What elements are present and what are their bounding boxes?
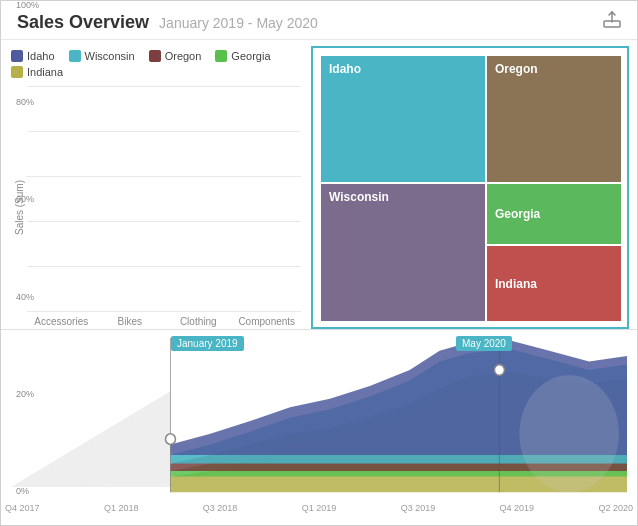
x-label-q4-2017: Q4 2017 (5, 503, 40, 513)
dashboard: Sales Overview January 2019 - May 2020 I… (0, 0, 638, 526)
grid-line-20 (27, 266, 301, 267)
x-label-q4-2019: Q4 2019 (500, 503, 535, 513)
bars-grid (27, 86, 301, 312)
legend-item-georgia: Georgia (215, 50, 270, 62)
timeline-end-label: May 2020 (456, 336, 512, 351)
x-label-q3-2019: Q3 2019 (401, 503, 436, 513)
top-section: Idaho Wisconsin Oregon Georgia Indiana (1, 40, 637, 330)
start-marker (165, 434, 175, 445)
timeline-start-label: January 2019 (171, 336, 244, 351)
legend-color-idaho (11, 50, 23, 62)
legend-color-georgia (215, 50, 227, 62)
legend-label-wisconsin: Wisconsin (85, 50, 135, 62)
end-marker (494, 365, 504, 376)
legend-item-oregon: Oregon (149, 50, 202, 62)
x-label-components: Components (233, 316, 302, 327)
grid-line-60 (27, 176, 301, 177)
legend-item-wisconsin: Wisconsin (69, 50, 135, 62)
x-label-accessories: Accessories (27, 316, 96, 327)
x-label-bikes: Bikes (96, 316, 165, 327)
treemap-cell-oregon: Oregon (487, 56, 621, 182)
x-label-clothing: Clothing (164, 316, 233, 327)
treemap-label-georgia: Georgia (495, 207, 540, 221)
legend-item-idaho: Idaho (11, 50, 55, 62)
grid-lines (27, 86, 301, 312)
grid-line-80 (27, 131, 301, 132)
bars-container: 100% 80% 60% 40% 20% 0% Accessories Bike… (27, 86, 301, 329)
grid-line-0 (27, 311, 301, 312)
grid-line-40 (27, 221, 301, 222)
treemap-cell-indiana: Indiana (487, 246, 621, 321)
page-title: Sales Overview (17, 12, 149, 33)
grid-line-100 (27, 86, 301, 87)
treemap-label-indiana: Indiana (495, 277, 537, 291)
x-axis-labels: Q4 2017 Q1 2018 Q3 2018 Q1 2019 Q3 2019 … (1, 503, 637, 513)
legend-color-indiana (11, 66, 23, 78)
treemap-label-oregon: Oregon (495, 62, 538, 76)
y-axis-label: Sales (Sum) (11, 86, 27, 329)
header: Sales Overview January 2019 - May 2020 (1, 1, 637, 40)
treemap-cell-idaho: Idaho (321, 56, 485, 182)
treemap-cell-wisconsin: Wisconsin (321, 184, 485, 321)
treemap-cell-bottom-right: Georgia Indiana (487, 184, 621, 321)
treemap-panel: Idaho Oregon Wisconsin Georgia Indiana (311, 46, 629, 329)
legend-color-oregon (149, 50, 161, 62)
x-label-q2-2020: Q2 2020 (598, 503, 633, 513)
x-label-q1-2019: Q1 2019 (302, 503, 337, 513)
bar-chart-inner: Sales (Sum) (11, 86, 301, 329)
legend-label-georgia: Georgia (231, 50, 270, 62)
x-label-q1-2018: Q1 2018 (104, 503, 139, 513)
treemap: Idaho Oregon Wisconsin Georgia Indiana (321, 56, 619, 319)
area-chart (11, 338, 627, 503)
legend-label-indiana: Indiana (27, 66, 63, 78)
legend-item-indiana: Indiana (11, 66, 63, 78)
svg-point-9 (519, 375, 619, 492)
x-labels: Accessories Bikes Clothing Components (27, 312, 301, 329)
export-icon[interactable] (603, 11, 621, 33)
date-range: January 2019 - May 2020 (159, 15, 318, 31)
treemap-label-wisconsin: Wisconsin (329, 190, 389, 204)
bar-chart-panel: Idaho Wisconsin Oregon Georgia Indiana (1, 40, 311, 329)
legend-label-idaho: Idaho (27, 50, 55, 62)
x-label-q3-2018: Q3 2018 (203, 503, 238, 513)
svg-marker-2 (11, 391, 170, 487)
legend-label-oregon: Oregon (165, 50, 202, 62)
treemap-cell-georgia: Georgia (487, 184, 621, 244)
treemap-label-idaho: Idaho (329, 62, 361, 76)
bottom-section: January 2019 May 2020 (1, 330, 637, 515)
legend-color-wisconsin (69, 50, 81, 62)
legend: Idaho Wisconsin Oregon Georgia Indiana (11, 50, 301, 78)
